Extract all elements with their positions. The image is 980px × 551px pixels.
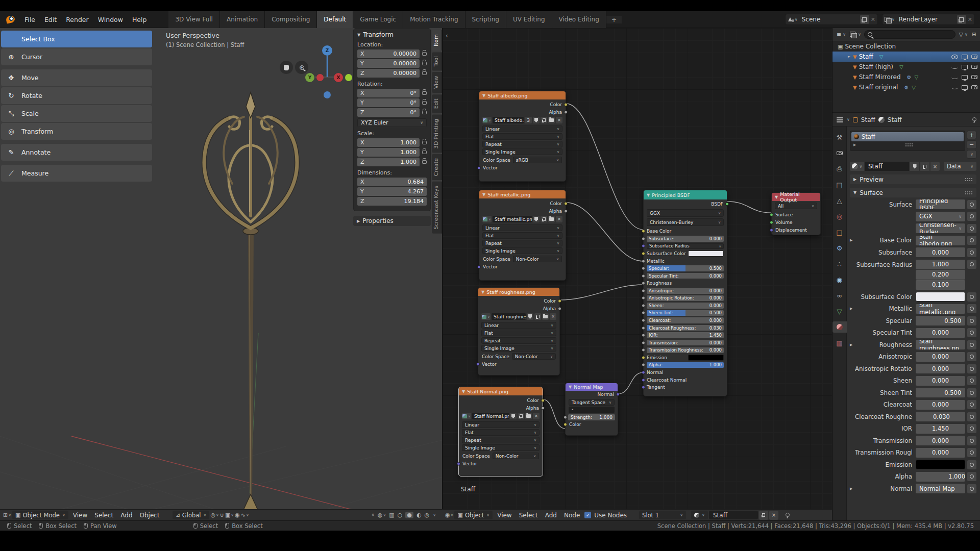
sidebar-tab[interactable]: Edit xyxy=(432,94,442,113)
sidebar-tab[interactable]: Item xyxy=(432,30,442,51)
decorate-button[interactable] xyxy=(967,424,976,433)
outliner-search-input[interactable] xyxy=(864,30,956,39)
add-slot-button[interactable]: + xyxy=(967,131,976,139)
viewport-3d[interactable]: User Perspective (1) Scene Collection | … xyxy=(0,28,442,509)
bsdf-output-socket[interactable] xyxy=(725,202,729,206)
image-name-field[interactable]: Staff roughness... xyxy=(492,313,526,320)
source-dropdown[interactable]: Single Image∨ xyxy=(481,345,556,352)
disable-viewports-toggle[interactable] xyxy=(962,85,968,90)
app-menu-item[interactable]: File xyxy=(20,16,40,23)
subsurface-method-dropdown[interactable]: Christensen-Burley∨ xyxy=(647,218,724,226)
decorate-button[interactable] xyxy=(967,212,976,221)
decorate-button[interactable] xyxy=(967,260,976,269)
image-browse-button[interactable]: ∨ xyxy=(481,313,491,320)
dimension-field[interactable]: Y4.267 xyxy=(357,187,427,196)
open-image-button[interactable] xyxy=(525,413,532,419)
material-name-field[interactable]: Staff xyxy=(865,162,909,171)
bsdf-input-row[interactable]: Sheen: Sheen:0.000 Sheen:∨ Sheen: xyxy=(644,302,727,310)
node-image-texture-roughness[interactable]: ▼Staff roughness.png Color Alpha ∨ Staff… xyxy=(478,287,560,375)
properties-tab[interactable]: △ xyxy=(832,195,847,206)
output-input-row[interactable]: Surface xyxy=(772,211,820,218)
properties-editor-icon[interactable] xyxy=(837,117,843,122)
color-space-dropdown[interactable]: sRGB∨ xyxy=(513,157,562,163)
open-image-button[interactable] xyxy=(542,313,549,320)
source-dropdown[interactable]: Single Image∨ xyxy=(482,148,562,155)
color-swatch[interactable] xyxy=(916,292,965,302)
new-image-button[interactable] xyxy=(518,413,524,419)
lock-icon[interactable] xyxy=(422,101,427,105)
node-editor-menu[interactable]: Node xyxy=(560,512,583,519)
shading-wireframe-icon[interactable]: ○ xyxy=(398,512,403,518)
bsdf-input-row[interactable]: Transmission Roughness: Transmission Rou… xyxy=(644,346,727,354)
image-name-field[interactable]: Staff metallic.png xyxy=(493,216,532,222)
pin-icon[interactable] xyxy=(785,513,790,518)
color-output-socket[interactable] xyxy=(558,299,561,303)
tool-button[interactable]: ⤡ Scale xyxy=(1,105,152,122)
bsdf-input-row[interactable]: Anisotropic: Anisotropic:0.000 Anisotrop… xyxy=(644,287,727,295)
decorate-button[interactable] xyxy=(967,292,976,302)
expand-triangle-icon[interactable]: ▶ xyxy=(850,238,855,242)
image-name-field[interactable]: Staff albedo... xyxy=(493,117,524,123)
gizmo-y-axis[interactable]: Y xyxy=(305,73,314,82)
decorate-button[interactable] xyxy=(967,472,976,481)
unlink-image-button[interactable]: × xyxy=(550,313,556,320)
location-field[interactable]: Z0.00000 xyxy=(357,69,420,78)
property-field[interactable]: 0.000 xyxy=(916,400,965,410)
alpha-output-socket[interactable] xyxy=(564,209,568,213)
color-swatch[interactable] xyxy=(916,460,965,469)
distribution-dropdown[interactable]: GGX∨ xyxy=(647,209,724,217)
app-menu-item[interactable]: Edit xyxy=(40,16,61,23)
tool-button[interactable]: Select Box xyxy=(1,31,152,47)
input-socket[interactable] xyxy=(642,334,645,337)
shader-type-dropdown[interactable]: ▣ Object∨ xyxy=(454,511,493,519)
extension-dropdown[interactable]: Repeat∨ xyxy=(462,437,540,443)
gizmo-toggle-icon[interactable]: ⌖ xyxy=(372,512,375,518)
image-browse-button[interactable]: ∨ xyxy=(462,413,471,419)
rotation-field[interactable]: Z0° xyxy=(357,108,420,117)
camera-view-button[interactable] xyxy=(324,91,331,98)
rotation-mode-dropdown[interactable]: XYZ Euler∨ xyxy=(357,118,427,127)
lock-icon[interactable] xyxy=(422,111,427,114)
input-socket[interactable] xyxy=(642,274,645,278)
new-image-button[interactable] xyxy=(534,313,541,320)
color-space-dropdown[interactable]: Non-Color∨ xyxy=(493,453,539,459)
decorate-button[interactable] xyxy=(967,460,976,469)
property-field[interactable]: 1.450 xyxy=(916,424,965,434)
transform-panel-header[interactable]: ▼ Transform xyxy=(357,31,427,38)
viewport-menu[interactable]: Add xyxy=(117,512,136,519)
normal-output-socket[interactable] xyxy=(616,393,620,396)
viewport-menu[interactable]: Object xyxy=(136,512,163,519)
property-field[interactable]: 0.000 xyxy=(916,364,965,373)
node-principled-bsdf[interactable]: ▼Principled BSDF BSDF GGX∨ Christensen-B… xyxy=(643,190,727,396)
shading-dropdown[interactable]: ∨ xyxy=(433,513,436,517)
interpolation-dropdown[interactable]: Linear∨ xyxy=(482,224,562,231)
property-field[interactable]: Normal Map xyxy=(916,484,965,493)
add-workspace-button[interactable]: + xyxy=(606,16,622,23)
workspace-tab[interactable]: Compositing xyxy=(265,11,317,28)
new-view-layer-button[interactable] xyxy=(957,15,966,24)
node-image-texture-normal[interactable]: ▼Staff Normal.png Color Alpha ∨ Staff No… xyxy=(458,387,543,477)
property-field[interactable]: 0.500 xyxy=(916,388,965,397)
lock-icon[interactable] xyxy=(422,62,427,65)
unlink-scene-button[interactable]: ✕ xyxy=(871,16,875,23)
disable-viewports-toggle[interactable] xyxy=(962,75,968,80)
bsdf-input-row[interactable]: Sheen Tint: Sheen Tint:0.500 Sheen Tint:… xyxy=(644,309,727,317)
lock-icon[interactable] xyxy=(422,141,427,144)
tool-button[interactable]: ↻ Rotate xyxy=(1,87,152,104)
filter-dropdown[interactable]: ▽∨ xyxy=(958,31,968,38)
disable-viewports-toggle[interactable] xyxy=(962,55,968,59)
projection-dropdown[interactable]: Flat∨ xyxy=(482,232,562,239)
input-socket[interactable] xyxy=(642,282,645,285)
snap-magnet-icon[interactable]: ∪ xyxy=(220,512,224,518)
property-field[interactable]: 0.030 xyxy=(916,412,965,421)
extension-dropdown[interactable]: Repeat∨ xyxy=(482,141,562,147)
sidebar-tab[interactable]: Create xyxy=(432,154,442,180)
workspace-tab[interactable]: Motion Tracking xyxy=(403,11,465,28)
scale-field[interactable]: X1.000 xyxy=(357,138,420,147)
disable-render-toggle[interactable] xyxy=(971,55,977,59)
image-browse-button[interactable]: ∨ xyxy=(482,216,492,222)
slot-dropdown[interactable]: Slot 1∨ xyxy=(639,511,686,519)
unlink-material-button[interactable]: × xyxy=(769,511,778,520)
bsdf-input-row[interactable]: IOR: IOR:1.450 IOR:∨ IOR: xyxy=(644,332,727,339)
properties-tab[interactable]: ▦ xyxy=(832,337,847,348)
